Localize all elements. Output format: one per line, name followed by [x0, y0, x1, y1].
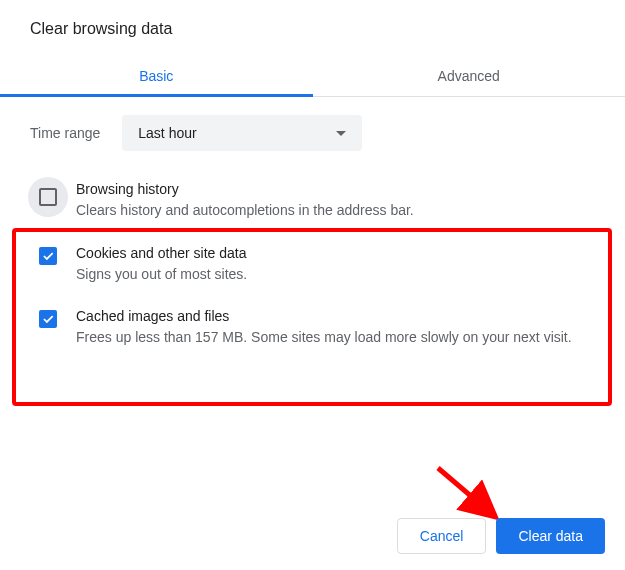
check-icon [41, 312, 55, 326]
option-cache[interactable]: Cached images and files Frees up less th… [0, 296, 625, 360]
option-browsing-history[interactable]: Browsing history Clears history and auto… [0, 161, 625, 233]
time-range-label: Time range [30, 125, 100, 141]
tab-basic[interactable]: Basic [0, 56, 313, 96]
option-cookies[interactable]: Cookies and other site data Signs you ou… [0, 233, 625, 297]
clear-data-button[interactable]: Clear data [496, 518, 605, 554]
tab-advanced[interactable]: Advanced [313, 56, 626, 96]
svg-line-0 [438, 468, 492, 514]
checkbox-unchecked-icon [39, 188, 57, 206]
option-title: Cookies and other site data [76, 245, 595, 261]
option-desc: Clears history and autocompletions in th… [76, 201, 595, 221]
option-title: Cached images and files [76, 308, 595, 324]
checkbox-cache[interactable] [39, 310, 57, 328]
option-desc: Frees up less than 157 MB. Some sites ma… [76, 328, 595, 348]
chevron-down-icon [336, 131, 346, 136]
option-desc: Signs you out of most sites. [76, 265, 595, 285]
time-range-value: Last hour [138, 125, 196, 141]
time-range-row: Time range Last hour [0, 97, 625, 161]
checkbox-cookies[interactable] [39, 247, 57, 265]
tabs: Basic Advanced [0, 56, 625, 97]
time-range-select[interactable]: Last hour [122, 115, 362, 151]
checkbox-browsing-history[interactable] [28, 177, 68, 217]
dialog-footer: Cancel Clear data [397, 518, 605, 554]
cancel-button[interactable]: Cancel [397, 518, 487, 554]
check-icon [41, 249, 55, 263]
dialog-title: Clear browsing data [0, 0, 625, 38]
option-title: Browsing history [76, 181, 595, 197]
